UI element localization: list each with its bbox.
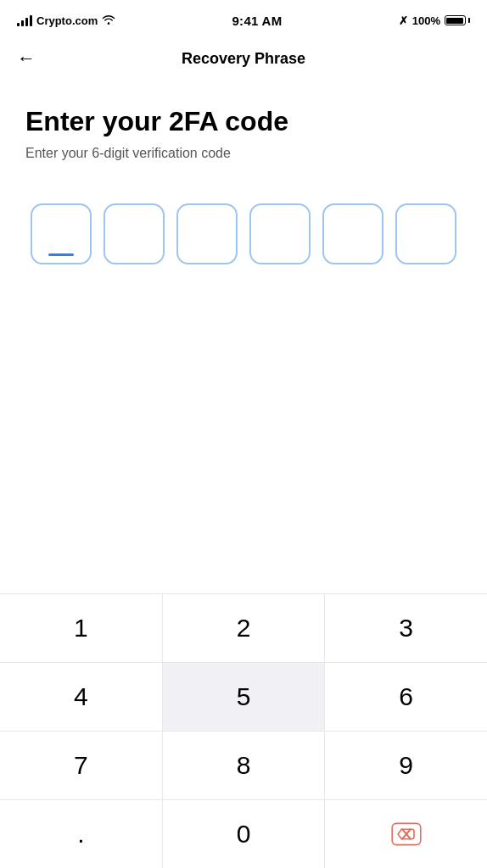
code-box-3[interactable] bbox=[176, 203, 238, 264]
numpad-delete-button[interactable] bbox=[325, 800, 487, 868]
numpad-key-1[interactable]: 1 bbox=[0, 594, 163, 662]
bluetooth-icon: ✗ bbox=[399, 14, 408, 27]
wifi-icon bbox=[102, 14, 115, 27]
numpad-key-4[interactable]: 4 bbox=[0, 663, 163, 731]
delete-icon bbox=[391, 822, 422, 846]
page-title: Recovery Phrase bbox=[182, 50, 305, 68]
status-left: Crypto.com bbox=[17, 14, 115, 27]
code-box-4[interactable] bbox=[249, 203, 311, 264]
main-heading: Enter your 2FA code bbox=[25, 105, 462, 137]
numpad-key-3[interactable]: 3 bbox=[325, 594, 487, 662]
numpad-key-6[interactable]: 6 bbox=[325, 663, 487, 731]
numpad-key-0[interactable]: 0 bbox=[163, 800, 326, 868]
code-box-2[interactable] bbox=[104, 203, 165, 264]
status-time: 9:41 AM bbox=[232, 14, 282, 28]
numpad-row-2: 4 5 6 bbox=[0, 663, 487, 732]
battery-percent: 100% bbox=[412, 14, 440, 27]
signal-icon bbox=[17, 14, 32, 26]
numpad-row-4: . 0 bbox=[0, 800, 487, 868]
numpad-key-8[interactable]: 8 bbox=[163, 732, 326, 799]
code-box-5[interactable] bbox=[322, 203, 383, 264]
code-input-area bbox=[25, 203, 462, 264]
numpad-key-2[interactable]: 2 bbox=[163, 594, 326, 662]
numpad-key-9[interactable]: 9 bbox=[325, 732, 487, 799]
back-button[interactable]: ← bbox=[17, 47, 36, 70]
numpad-row-3: 7 8 9 bbox=[0, 732, 487, 800]
numpad-key-5[interactable]: 5 bbox=[163, 663, 326, 731]
back-arrow-icon: ← bbox=[17, 47, 36, 70]
numpad: 1 2 3 4 5 6 7 8 9 . 0 bbox=[0, 593, 487, 868]
nav-header: ← Recovery Phrase bbox=[0, 37, 487, 80]
status-right: ✗ 100% bbox=[399, 14, 470, 27]
numpad-row-1: 1 2 3 bbox=[0, 594, 487, 663]
sub-heading: Enter your 6-digit verification code bbox=[25, 146, 462, 161]
battery-icon bbox=[445, 15, 470, 25]
numpad-key-7[interactable]: 7 bbox=[0, 732, 163, 799]
code-box-6[interactable] bbox=[395, 203, 456, 264]
carrier-label: Crypto.com bbox=[36, 14, 98, 27]
status-bar: Crypto.com 9:41 AM ✗ 100% bbox=[0, 0, 487, 37]
code-box-1[interactable] bbox=[31, 203, 92, 264]
content-area: Enter your 2FA code Enter your 6-digit v… bbox=[0, 80, 487, 593]
numpad-key-dot[interactable]: . bbox=[0, 800, 163, 868]
